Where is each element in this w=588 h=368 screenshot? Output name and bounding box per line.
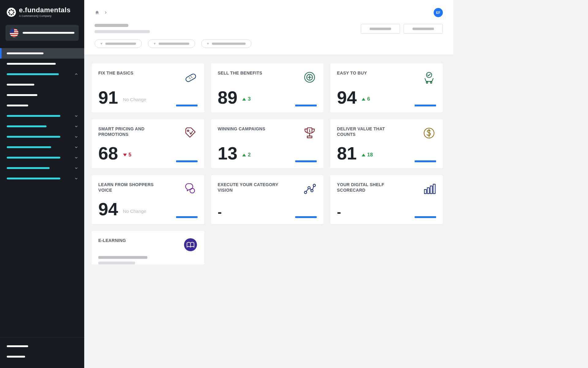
sidebar-item-7[interactable] [0,121,84,132]
nav-label-placeholder [7,167,50,169]
svg-point-7 [9,13,10,15]
chevron-down-icon [74,156,78,159]
filter-pill-2[interactable]: ▾ [201,39,251,48]
nav-label-placeholder [7,84,34,86]
svg-point-10 [189,78,190,78]
chevron-up-icon [74,72,78,76]
avatar[interactable]: EF [434,8,443,17]
sidebar-item-2[interactable] [0,69,84,79]
sidebar-item-12[interactable] [0,173,84,184]
logo-mark-icon [7,8,16,17]
sidebar-item-3[interactable] [0,79,84,90]
cart-check-icon [422,70,436,84]
card-delta: 3 [242,96,251,106]
sparkline [176,105,198,106]
action-button-2[interactable] [404,24,443,34]
sparkline [295,216,317,218]
card-delta: 2 [242,152,251,162]
svg-point-28 [190,188,194,193]
score-card[interactable]: YOUR DIGITAL SHELF SCORECARD- [330,175,443,224]
trophy-icon: 1 [303,126,317,140]
home-icon[interactable] [95,10,100,15]
card-delta: No Change [123,97,146,106]
card-title: SMART PRICING AND PROMOTIONS [98,126,163,137]
card-title: EXECUTE YOUR CATEGORY VISION [218,182,282,193]
svg-point-1 [11,9,12,10]
svg-rect-39 [433,184,435,194]
card-title: EASY TO BUY [337,70,367,76]
network-icon [303,182,317,196]
score-card[interactable]: LEARN FROM SHOPPERS VOICE94No Change [92,175,204,224]
nav-label-placeholder [7,52,43,54]
svg-rect-38 [430,186,432,194]
card-title: WINNING CAMPAIGNS [218,126,266,132]
plus-circle-icon [303,70,317,84]
svg-rect-25 [307,136,312,138]
card-delta: 6 [362,96,370,106]
country-selector[interactable] [6,25,79,41]
sidebar-item-6[interactable] [0,111,84,121]
chevron-down-icon [74,166,78,170]
card-score: 89 [218,89,238,106]
sidebar-item-4[interactable] [0,90,84,100]
card-score: 13 [218,144,238,162]
filter-pill-1[interactable]: ▾ [148,39,195,48]
svg-rect-37 [427,188,429,194]
score-card[interactable]: WINNING CAMPAIGNS1132 [211,119,324,168]
score-card[interactable]: SMART PRICING AND PROMOTIONS685 [92,119,204,168]
card-score: 91 [98,89,118,106]
svg-point-0 [7,8,16,17]
score-card[interactable]: DELIVER VALUE THAT COUNTS8118 [330,119,443,168]
filter-pill-0[interactable]: ▾ [95,39,142,48]
main-content: EF ▾▾▾ FIX THE BASICS91No ChangeSELL THE… [84,0,453,264]
card-delta: 18 [362,152,373,162]
sidebar-item-9[interactable] [0,142,84,152]
sparkline [176,216,198,218]
card-title: DELIVER VALUE THAT COUNTS [337,126,401,137]
nav-label-placeholder [7,105,28,106]
sidebar-item-10[interactable] [0,152,84,163]
nav-label-placeholder [7,73,59,75]
nav-label-placeholder [7,178,60,179]
sidebar-nav [0,48,84,264]
score-card[interactable]: E-LEARNING [92,231,204,264]
funnel-icon: ▾ [154,41,156,46]
action-button-1[interactable] [361,24,400,34]
svg-point-3 [8,11,10,13]
sidebar-item-0[interactable] [0,48,84,59]
card-title: FIX THE BASICS [98,70,134,76]
book-icon [183,238,198,252]
nav-label-placeholder [7,94,37,96]
dollar-icon [422,126,436,140]
sidebar-item-8[interactable] [0,132,84,142]
score-card[interactable]: SELL THE BENEFITS893 [211,63,324,113]
svg-point-13 [191,77,192,78]
sidebar-item-5[interactable] [0,100,84,111]
card-title: YOUR DIGITAL SHELF SCORECARD [337,182,401,193]
cards-grid: FIX THE BASICS91No ChangeSELL THE BENEFI… [84,55,453,264]
card-score: 94 [337,89,357,106]
bandage-icon [183,70,198,84]
svg-rect-36 [424,190,427,194]
country-label-placeholder [23,32,74,34]
score-card[interactable]: FIX THE BASICS91No Change [92,63,204,113]
sparkline [415,216,436,218]
sidebar-item-1[interactable] [0,59,84,69]
svg-point-11 [190,76,191,77]
sparkline [415,160,436,162]
nav-label-placeholder [7,136,60,138]
svg-point-20 [430,82,432,83]
svg-line-34 [310,188,311,190]
chevron-right-icon [104,11,107,14]
score-card[interactable]: EASY TO BUY946 [330,63,443,113]
score-card[interactable]: EXECUTE YOUR CATEGORY VISION- [211,175,324,224]
chevron-down-icon [74,177,78,180]
svg-point-4 [13,11,15,13]
sidebar-item-11[interactable] [0,163,84,173]
svg-line-33 [306,189,309,192]
svg-point-5 [9,10,10,11]
card-score: 81 [337,144,357,162]
card-title: SELL THE BENEFITS [218,70,262,76]
svg-point-12 [190,79,190,79]
svg-rect-9 [185,73,197,82]
